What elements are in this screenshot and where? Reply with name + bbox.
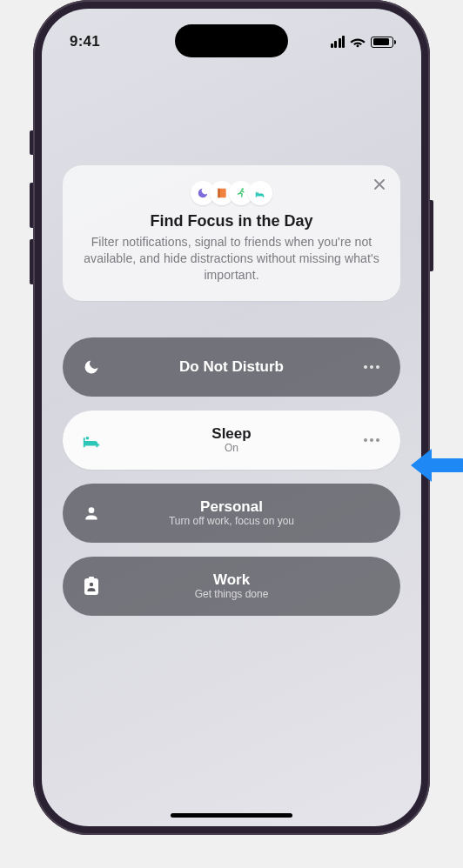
svg-point-4 <box>364 365 367 369</box>
svg-point-2 <box>242 188 244 190</box>
moon-icon <box>80 358 103 376</box>
bed-icon <box>248 181 272 205</box>
focus-label: Do Not Disturb <box>179 358 284 376</box>
status-icons <box>331 36 394 48</box>
silence-switch <box>30 130 33 155</box>
focus-subtitle: Get things done <box>195 589 269 601</box>
svg-point-3 <box>257 192 258 194</box>
close-icon[interactable] <box>371 177 388 195</box>
svg-rect-12 <box>89 577 94 580</box>
cellular-icon <box>331 36 346 48</box>
wifi-icon <box>350 36 366 48</box>
more-icon[interactable] <box>360 437 383 443</box>
focus-label: Personal <box>200 498 263 516</box>
hero-title: Find Focus in the Day <box>80 212 383 230</box>
focus-mode-personal[interactable]: Personal Turn off work, focus on you <box>63 484 400 543</box>
hero-description: Filter notifications, signal to friends … <box>80 234 383 284</box>
badge-icon <box>80 577 103 596</box>
svg-rect-11 <box>84 578 98 595</box>
phone-frame: 9:41 <box>33 0 430 835</box>
svg-point-9 <box>376 438 379 442</box>
focus-mode-list: Do Not Disturb Sleep On <box>63 337 400 616</box>
svg-point-10 <box>89 507 95 513</box>
focus-mode-do-not-disturb[interactable]: Do Not Disturb <box>63 337 400 397</box>
bed-icon <box>80 431 103 450</box>
volume-up-button <box>30 183 33 228</box>
focus-label: Work <box>213 571 250 589</box>
focus-mode-work[interactable]: Work Get things done <box>63 557 400 616</box>
svg-point-7 <box>364 438 367 442</box>
focus-label: Sleep <box>211 425 251 443</box>
battery-icon <box>371 37 393 48</box>
volume-down-button <box>30 239 33 284</box>
focus-mode-sleep[interactable]: Sleep On <box>63 411 400 470</box>
person-icon <box>80 504 103 522</box>
svg-point-5 <box>370 365 373 369</box>
focus-subtitle: On <box>225 443 238 455</box>
status-time: 9:41 <box>70 33 100 50</box>
focus-panel: Find Focus in the Day Filter notificatio… <box>42 9 421 826</box>
focus-hero-card: Find Focus in the Day Filter notificatio… <box>63 165 400 301</box>
focus-subtitle: Turn off work, focus on you <box>169 516 294 528</box>
svg-point-8 <box>370 438 373 442</box>
hero-icon-row <box>80 181 383 205</box>
svg-point-6 <box>376 365 379 369</box>
svg-point-13 <box>90 582 93 585</box>
side-button <box>430 200 433 271</box>
more-icon[interactable] <box>360 364 383 370</box>
svg-rect-1 <box>218 189 219 198</box>
home-indicator[interactable] <box>171 813 292 818</box>
screen: 9:41 <box>42 9 421 826</box>
dynamic-island <box>175 24 288 57</box>
